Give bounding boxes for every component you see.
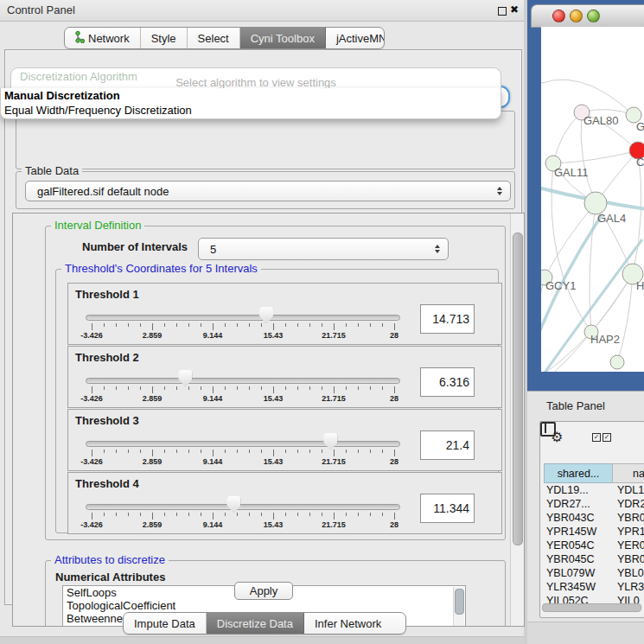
tab-impute-data[interactable]: Impute Data xyxy=(124,613,207,634)
network-canvas[interactable]: GAL80GCGAL11GAL4GCY1HHAP2 xyxy=(541,27,644,372)
slider-tick xyxy=(128,323,129,327)
algorithm-option-manual-discretization[interactable]: Manual Discretization xyxy=(1,88,501,103)
slider-tick-label: 21.715 xyxy=(322,394,346,403)
threshold-panel: Threshold 1 14.713 -3.4262.8599.14415.43… xyxy=(67,283,502,345)
close-icon[interactable]: ✖ xyxy=(510,3,519,16)
slider-tick xyxy=(346,513,347,516)
network-edge[interactable] xyxy=(633,150,641,274)
table-row[interactable]: YDL19...YDL1 xyxy=(544,484,644,498)
threshold-value-field[interactable]: 21.4 xyxy=(420,430,475,460)
thresholds-group-title: Threshold's Coordinates for 5 Intervals xyxy=(61,263,261,275)
slider-track[interactable] xyxy=(86,441,400,447)
slider-tick xyxy=(201,386,201,390)
num-intervals-combo[interactable]: 5 xyxy=(198,238,449,260)
table-row[interactable]: YBL079WYBL0 xyxy=(544,567,644,581)
slider-tick xyxy=(225,513,226,516)
slider-tick xyxy=(249,450,250,453)
network-edge[interactable] xyxy=(553,150,638,163)
slider-track[interactable] xyxy=(86,504,400,510)
minimize-traffic-light[interactable] xyxy=(570,10,583,22)
slider-tick xyxy=(322,323,322,327)
tab-style[interactable]: Style xyxy=(141,28,188,48)
gear-icon[interactable]: ⚙ xyxy=(551,429,563,445)
discretization-algorithm-group xyxy=(16,111,515,169)
threshold-value-field[interactable]: 11.344 xyxy=(420,494,475,523)
tab-cyni-toolbox[interactable]: Cyni Toolbox xyxy=(240,28,326,48)
threshold-value-field[interactable]: 14.713 xyxy=(420,304,475,334)
slider-tick xyxy=(225,323,226,327)
slider-tick xyxy=(370,513,371,516)
network-edge[interactable] xyxy=(553,112,582,163)
network-edge[interactable] xyxy=(552,163,591,332)
network-edge[interactable] xyxy=(541,215,602,369)
slider-tick xyxy=(273,450,274,456)
threshold-value-field[interactable]: 6.316 xyxy=(420,367,475,397)
column-header-shared-name[interactable]: shared... xyxy=(544,463,613,483)
network-edge[interactable] xyxy=(541,239,642,372)
apply-button[interactable]: Apply xyxy=(234,582,293,600)
tab-discretize-data[interactable]: Discretize Data xyxy=(207,613,304,634)
table-row[interactable]: YLR345WYLR3 xyxy=(544,581,644,595)
close-traffic-light[interactable] xyxy=(552,10,565,22)
slider-tick-label: 9.144 xyxy=(203,394,223,403)
table-horizontal-scrollbar[interactable] xyxy=(542,603,642,610)
algorithm-option-equal-width-frequency-discretization[interactable]: Equal Width/Frequency Discretization xyxy=(1,103,501,118)
table-row[interactable]: YBR043CYBR0 xyxy=(544,512,644,526)
slider-tick xyxy=(358,323,359,327)
slider-tick xyxy=(201,323,201,327)
network-graph: GAL80GCGAL11GAL4GCY1HHAP2 xyxy=(541,27,644,372)
slider-tick xyxy=(297,386,298,390)
slider-tick xyxy=(92,386,92,393)
threshold-label: Threshold 1 xyxy=(75,288,139,301)
threshold-label: Threshold 2 xyxy=(75,351,139,364)
attribute-item-topologicalcoefficient[interactable]: TopologicalCoefficient xyxy=(63,599,465,612)
checkbox-icon[interactable]: ✓ xyxy=(592,433,601,442)
checkbox-icon[interactable]: ✓ xyxy=(603,433,611,442)
slider-tick xyxy=(188,323,189,327)
slider-tick xyxy=(201,513,201,516)
slider-tick xyxy=(358,450,359,453)
network-node[interactable] xyxy=(610,355,624,369)
slider-thumb[interactable] xyxy=(323,433,337,450)
table-row[interactable]: YPR145WYPR1 xyxy=(544,526,644,539)
table-row[interactable]: YER054CYER0 xyxy=(544,539,644,553)
column-header-name[interactable]: na xyxy=(612,463,644,483)
panel-vertical-scrollbar[interactable] xyxy=(510,214,524,626)
tab-label: Select xyxy=(198,32,229,45)
table-row[interactable]: YDR27...YDR2 xyxy=(544,498,644,512)
slider-tick xyxy=(116,513,117,516)
cell-name: YBR0 xyxy=(617,512,644,524)
slider-tick xyxy=(273,323,274,330)
settings-scroll-panel: Interval Definition Number of Intervals … xyxy=(12,213,525,627)
slider-thumb[interactable] xyxy=(259,307,273,324)
table-data-group: Table Data galFiltered.sif default node xyxy=(16,171,515,209)
tab-network[interactable]: Network xyxy=(65,28,141,48)
slider-track[interactable] xyxy=(86,378,400,384)
network-edge[interactable] xyxy=(590,203,596,332)
attributes-list-scrollbar[interactable] xyxy=(453,587,464,627)
tab-infer-network[interactable]: Infer Network xyxy=(304,613,392,634)
slider-tick xyxy=(261,386,262,390)
network-icon xyxy=(75,31,85,46)
interval-definition-title: Interval Definition xyxy=(51,220,144,232)
zoom-traffic-light[interactable] xyxy=(587,10,600,22)
slider-tick xyxy=(370,323,371,327)
tab-jactivemnodules[interactable]: jActiveMNodules xyxy=(326,28,385,48)
slider-tick xyxy=(370,450,371,453)
tab-label: Network xyxy=(88,32,130,45)
slider-track[interactable] xyxy=(86,315,400,321)
slider-tick xyxy=(128,450,129,453)
tab-select[interactable]: Select xyxy=(188,28,240,48)
slider-tick-label: 2.859 xyxy=(143,520,163,529)
slider-tick xyxy=(358,386,359,390)
tab-label: Discretize Data xyxy=(217,617,293,630)
slider-thumb[interactable] xyxy=(226,496,240,513)
slider-tick xyxy=(322,513,322,516)
table-row[interactable]: YBR045CYBR0 xyxy=(544,553,644,567)
slider-thumb[interactable] xyxy=(178,370,192,387)
float-window-icon[interactable] xyxy=(498,7,507,16)
table-data-combo[interactable]: galFiltered.sif default node xyxy=(25,181,511,201)
slider-tick xyxy=(188,513,189,516)
top-tab-bar: NetworkStyleSelectCyni ToolboxjActiveMNo… xyxy=(64,27,385,49)
algorithm-popup-list: Manual DiscretizationEqual Width/Frequen… xyxy=(0,88,501,119)
